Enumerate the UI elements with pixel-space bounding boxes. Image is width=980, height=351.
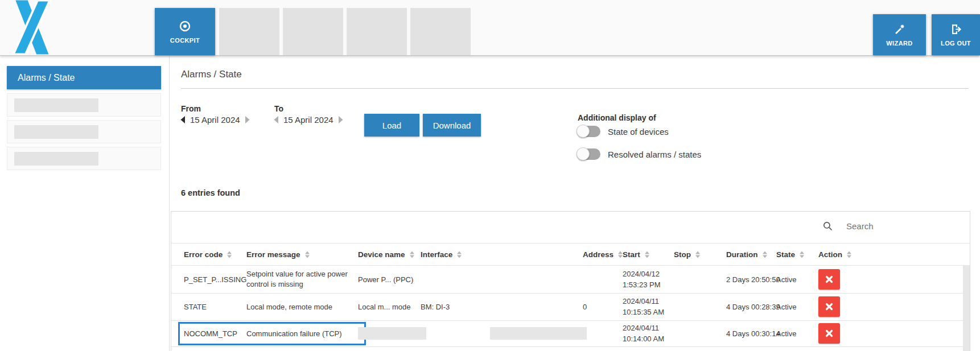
redacted-text-bar bbox=[14, 125, 98, 139]
table-search bbox=[823, 221, 944, 232]
cell-state: Active bbox=[776, 329, 796, 338]
logout-button[interactable]: LOG OUT bbox=[932, 14, 980, 55]
sort-icon bbox=[695, 251, 700, 258]
column-header-error-code[interactable]: Error code bbox=[184, 250, 232, 259]
redacted-interface-bar bbox=[490, 327, 587, 340]
toggle-knob bbox=[577, 147, 590, 160]
sort-icon bbox=[457, 251, 462, 258]
cell-start: 2024/04/11 10:15:35 AM bbox=[623, 296, 685, 317]
alarms-table-card: Error code Error message Device name Int… bbox=[171, 211, 970, 351]
page-title: Alarms / State bbox=[181, 69, 242, 80]
sort-icon bbox=[645, 251, 649, 258]
table-row: STATE Local mode, remote mode Local m...… bbox=[171, 293, 970, 321]
start-time: 10:15:35 AM bbox=[623, 307, 685, 317]
app-window: COCKPIT WIZARD LOG OUT bbox=[0, 0, 980, 351]
cell-interface: BM: DI-3 bbox=[421, 303, 450, 311]
cell-address: 0 bbox=[583, 303, 587, 311]
wizard-button[interactable]: WIZARD bbox=[873, 14, 926, 55]
cell-error-code: STATE bbox=[184, 303, 207, 311]
title-divider bbox=[181, 88, 969, 89]
from-date-picker: 15 April 2024 bbox=[180, 115, 250, 125]
column-header-address[interactable]: Address bbox=[583, 250, 623, 259]
start-time: 10:14:00 AM bbox=[623, 333, 685, 344]
column-header-interface[interactable]: Interface bbox=[421, 250, 462, 259]
redacted-device-name-bar bbox=[358, 327, 426, 340]
wizard-button-label: WIZARD bbox=[886, 40, 912, 47]
column-header-action[interactable]: Action bbox=[818, 250, 851, 259]
cell-error-code: P_SET_P...ISSING bbox=[184, 275, 246, 284]
brand-x-logo bbox=[5, 0, 57, 55]
sort-icon bbox=[763, 251, 767, 258]
magic-wand-icon bbox=[893, 23, 905, 35]
table-scrollbar[interactable] bbox=[963, 265, 970, 351]
cell-duration: 2 Days 20:50:50 bbox=[726, 275, 780, 284]
load-button[interactable]: Load bbox=[364, 114, 419, 137]
sort-icon bbox=[847, 251, 851, 258]
column-header-device-name[interactable]: Device name bbox=[358, 250, 414, 259]
from-next-day-chevron-icon[interactable] bbox=[245, 116, 250, 123]
download-button[interactable]: Download bbox=[423, 114, 481, 137]
from-label: From bbox=[181, 104, 201, 113]
sort-icon bbox=[227, 251, 232, 258]
cell-start: 2024/04/11 10:14:00 AM bbox=[623, 323, 685, 344]
tab-cockpit-label: COCKPIT bbox=[170, 37, 200, 44]
tab-placeholder-3[interactable] bbox=[347, 8, 407, 55]
cell-error-code: NOCOMM_TCP bbox=[184, 329, 237, 338]
column-header-duration[interactable]: Duration bbox=[726, 250, 767, 259]
dismiss-alarm-button[interactable] bbox=[818, 323, 840, 344]
cell-state: Active bbox=[776, 275, 796, 284]
to-next-day-chevron-icon[interactable] bbox=[339, 116, 344, 123]
cell-duration: 4 Days 00:28:39 bbox=[726, 303, 780, 311]
column-header-start[interactable]: Start bbox=[623, 250, 649, 259]
to-prev-day-chevron-icon[interactable] bbox=[273, 116, 278, 123]
sidebar-item-placeholder-2[interactable] bbox=[7, 120, 161, 143]
column-header-stop[interactable]: Stop bbox=[674, 250, 700, 259]
redacted-text-bar bbox=[14, 152, 98, 166]
from-date-value[interactable]: 15 April 2024 bbox=[190, 115, 240, 125]
tab-placeholder-4[interactable] bbox=[410, 8, 471, 55]
sidebar-item-placeholder-3[interactable] bbox=[7, 147, 161, 170]
cockpit-target-icon bbox=[179, 20, 191, 32]
resolved-alarms-label: Resolved alarms / states bbox=[608, 150, 701, 159]
table-header-row: Error code Error message Device name Int… bbox=[171, 243, 970, 266]
x-logo-icon bbox=[5, 0, 57, 55]
table-row-highlighted: NOCOMM_TCP Communication failure (TCP) 2… bbox=[171, 320, 970, 347]
dismiss-alarm-button[interactable] bbox=[818, 296, 840, 317]
additional-display-label: Additional display of bbox=[578, 113, 656, 122]
cell-error-message: Setpoint value for active power control … bbox=[246, 269, 360, 290]
cell-device-name: Local m... mode bbox=[358, 303, 411, 311]
state-of-devices-toggle[interactable] bbox=[578, 126, 600, 137]
close-x-icon bbox=[825, 275, 833, 283]
cell-device-name: Power P... (PPC) bbox=[358, 275, 413, 284]
search-icon[interactable] bbox=[823, 221, 833, 231]
column-header-state[interactable]: State bbox=[776, 250, 804, 259]
resolved-alarms-toggle-row: Resolved alarms / states bbox=[578, 148, 701, 160]
start-time: 1:53:23 PM bbox=[623, 279, 685, 290]
state-of-devices-label: State of devices bbox=[608, 127, 669, 137]
search-input[interactable] bbox=[845, 221, 944, 232]
sort-icon bbox=[410, 251, 414, 258]
dismiss-alarm-button[interactable] bbox=[818, 269, 840, 290]
close-x-icon bbox=[825, 329, 833, 337]
toggle-knob bbox=[577, 125, 590, 138]
table-row: P_SET_P...ISSING Setpoint value for acti… bbox=[171, 266, 970, 294]
redacted-text-bar bbox=[14, 98, 98, 112]
start-date: 2024/04/12 bbox=[623, 269, 685, 279]
sidebar-item-placeholder-1[interactable] bbox=[7, 93, 161, 117]
sort-icon bbox=[800, 251, 804, 258]
tab-placeholder-2[interactable] bbox=[283, 8, 343, 55]
to-date-value[interactable]: 15 April 2024 bbox=[283, 115, 333, 125]
tab-cockpit[interactable]: COCKPIT bbox=[155, 8, 215, 55]
from-prev-day-chevron-icon[interactable] bbox=[180, 116, 185, 123]
to-label: To bbox=[274, 104, 283, 113]
column-header-error-message[interactable]: Error message bbox=[246, 250, 310, 259]
state-of-devices-toggle-row: State of devices bbox=[578, 126, 669, 137]
resolved-alarms-toggle[interactable] bbox=[578, 148, 600, 160]
entries-found-text: 6 entries found bbox=[181, 188, 240, 197]
cell-state: Active bbox=[776, 303, 796, 311]
sidebar-header-alarms-state[interactable]: Alarms / State bbox=[7, 66, 161, 89]
close-x-icon bbox=[825, 303, 833, 311]
cell-error-message: Communication failure (TCP) bbox=[246, 329, 342, 338]
tab-placeholder-1[interactable] bbox=[219, 8, 279, 55]
cell-start: 2024/04/12 1:53:23 PM bbox=[623, 269, 685, 290]
